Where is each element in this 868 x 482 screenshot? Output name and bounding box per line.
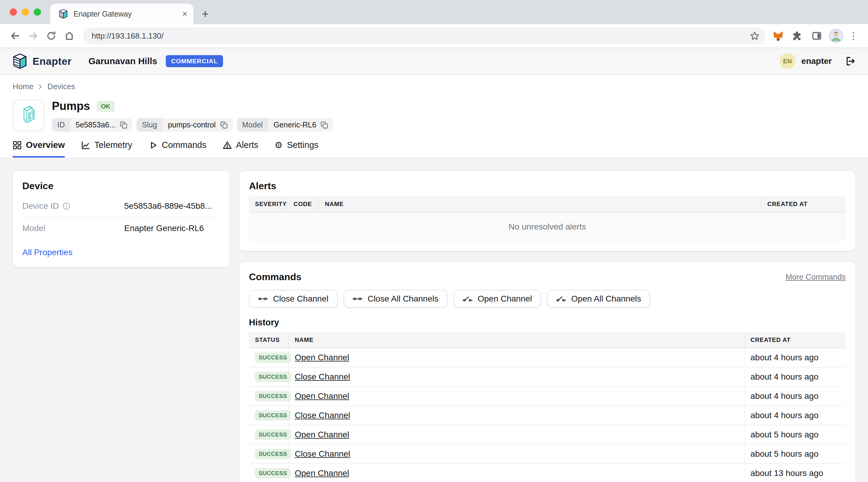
table-row: SUCCESS Close Channel about 4 hours ago	[249, 367, 846, 387]
device-id-label: Device ID	[22, 201, 59, 211]
open-all-channels-label: Open All Channels	[571, 294, 641, 304]
copy-icon[interactable]	[320, 121, 333, 129]
browser-tab-strip: Enapter Gateway × +	[0, 0, 868, 24]
zoom-window-button[interactable]	[34, 8, 41, 16]
macos-traffic-lights[interactable]	[10, 8, 41, 16]
browser-menu-icon[interactable]: ⋮	[847, 30, 860, 41]
switch-closed-icon	[258, 295, 268, 302]
command-link[interactable]: Open Channel	[295, 469, 349, 478]
device-model-value: Enapter Generic-RL6	[124, 224, 204, 233]
all-properties-link[interactable]: All Properties	[22, 248, 73, 257]
col-status: STATUS	[249, 332, 289, 348]
command-link[interactable]: Open Channel	[295, 391, 349, 401]
command-link[interactable]: Close Channel	[295, 372, 350, 382]
url-bar[interactable]: http://193.168.1.130/	[83, 27, 766, 44]
browser-profile-avatar[interactable]	[828, 28, 844, 44]
warning-triangle-icon	[223, 141, 232, 150]
copy-icon[interactable]	[220, 121, 233, 129]
open-channel-label: Open Channel	[478, 294, 532, 304]
command-link[interactable]: Close Channel	[295, 449, 350, 459]
more-commands-link[interactable]: More Commands	[786, 272, 846, 282]
command-link[interactable]: Open Channel	[295, 430, 349, 440]
col-severity: SEVERITY	[249, 196, 287, 212]
chip-id: ID 5e5853a6...	[52, 118, 132, 132]
command-link[interactable]: Close Channel	[295, 411, 350, 420]
breadcrumb-home[interactable]: Home	[13, 82, 33, 91]
close-tab-icon[interactable]: ×	[182, 9, 187, 19]
close-all-channels-button[interactable]: Close All Channels	[344, 290, 447, 308]
grid-icon	[13, 141, 22, 150]
site-name: Garunavan Hills	[88, 56, 157, 66]
alerts-table-header: SEVERITY CODE NAME CREATED AT	[249, 196, 846, 213]
switch-closed-icon	[352, 295, 363, 302]
created-at-value: about 5 hours ago	[744, 445, 846, 463]
extensions-puzzle-icon[interactable]	[789, 28, 805, 44]
chip-id-value: 5e5853a6...	[70, 118, 120, 132]
history-rows: SUCCESS Open Channel about 4 hours ago S…	[249, 348, 846, 482]
minimize-window-button[interactable]	[22, 8, 29, 16]
tab-telemetry[interactable]: Telemetry	[81, 140, 132, 158]
device-chips: ID 5e5853a6... Slug pumps-control	[52, 118, 333, 132]
enapter-logo[interactable]	[13, 53, 27, 69]
browser-toolbar: http://193.168.1.130/	[0, 24, 868, 48]
logout-icon[interactable]	[845, 56, 855, 66]
browser-tab[interactable]: Enapter Gateway ×	[50, 4, 193, 24]
reload-icon[interactable]	[42, 27, 60, 45]
back-icon[interactable]	[6, 27, 24, 45]
close-channel-label: Close Channel	[273, 294, 329, 304]
app-header: Enapter Garunavan Hills COMMERCIAL EN en…	[0, 48, 868, 75]
browser-window: Enapter Gateway × + http://193.168.1.130…	[0, 0, 868, 482]
switch-open-icon	[463, 295, 473, 302]
breadcrumb: Home Devices	[0, 75, 868, 94]
new-tab-button[interactable]: +	[202, 7, 209, 21]
status-badge: SUCCESS	[255, 468, 291, 478]
table-row: SUCCESS Open Channel about 5 hours ago	[249, 425, 846, 445]
metamask-icon[interactable]	[770, 28, 786, 44]
user-name[interactable]: enapter	[801, 56, 832, 66]
close-all-channels-label: Close All Channels	[368, 294, 438, 304]
tab-alerts[interactable]: Alerts	[223, 140, 258, 158]
forward-icon[interactable]	[24, 27, 42, 45]
close-channel-button[interactable]: Close Channel	[249, 290, 338, 308]
alerts-card: Alerts SEVERITY CODE NAME CREATED AT No …	[239, 171, 855, 251]
close-window-button[interactable]	[10, 8, 17, 16]
chip-model-label: Model	[237, 118, 268, 132]
user-avatar[interactable]: EN	[780, 53, 795, 69]
created-at-value: about 4 hours ago	[744, 387, 846, 406]
tab-overview[interactable]: Overview	[13, 140, 65, 158]
created-at-value: about 13 hours ago	[744, 464, 846, 482]
tab-alerts-label: Alerts	[236, 140, 258, 150]
info-icon[interactable]	[62, 202, 70, 210]
col-created-at: CREATED AT	[744, 332, 846, 348]
breadcrumb-devices[interactable]: Devices	[47, 82, 75, 91]
col-name: NAME	[319, 196, 761, 212]
open-all-channels-button[interactable]: Open All Channels	[547, 290, 650, 308]
status-badge: SUCCESS	[255, 391, 291, 401]
brand-name[interactable]: Enapter	[33, 56, 71, 67]
created-at-value: about 4 hours ago	[744, 406, 846, 425]
open-channel-button[interactable]: Open Channel	[454, 290, 541, 308]
status-badge: SUCCESS	[255, 352, 291, 363]
chip-model-value: Generic-RL6	[268, 118, 321, 132]
tab-title: Enapter Gateway	[73, 10, 177, 19]
status-badge: OK	[97, 101, 115, 112]
command-link[interactable]: Open Channel	[295, 353, 349, 362]
side-panel-icon[interactable]	[809, 28, 825, 44]
chevron-right-icon	[38, 84, 43, 90]
table-row: SUCCESS Close Channel about 5 hours ago	[249, 445, 846, 464]
device-model-label: Model	[22, 224, 45, 233]
bookmark-star-icon[interactable]	[750, 31, 760, 41]
device-header: Pumps OK ID 5e5853a6... Slug	[0, 94, 868, 132]
chip-slug: Slug pumps-control	[136, 118, 232, 132]
gear-icon: ⚙	[275, 141, 283, 150]
url-text[interactable]: http://193.168.1.130/	[92, 31, 750, 41]
device-model-row: Model Enapter Generic-RL6	[22, 218, 220, 239]
tab-commands[interactable]: Commands	[149, 140, 207, 158]
col-name: NAME	[289, 332, 744, 348]
alerts-title: Alerts	[249, 181, 846, 192]
copy-icon[interactable]	[120, 121, 132, 129]
tab-settings[interactable]: ⚙ Settings	[275, 140, 318, 158]
table-row: SUCCESS Close Channel about 4 hours ago	[249, 406, 846, 425]
tab-overview-label: Overview	[26, 140, 65, 150]
home-icon[interactable]	[60, 27, 79, 45]
